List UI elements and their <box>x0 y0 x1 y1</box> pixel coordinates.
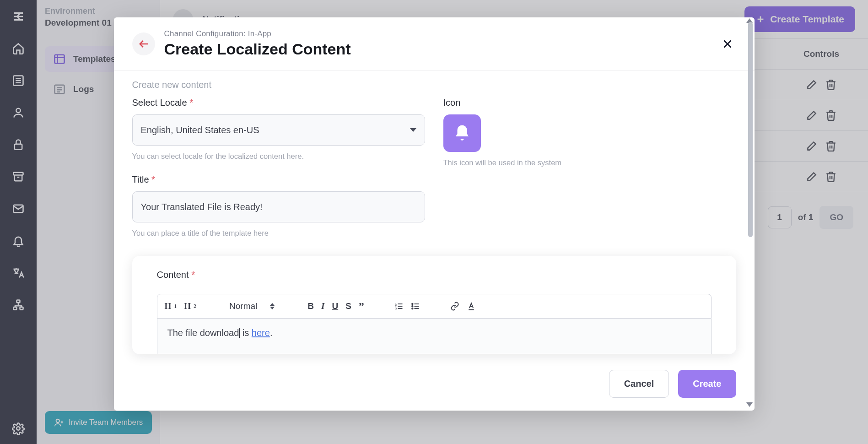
title-input[interactable] <box>132 191 425 222</box>
cancel-button[interactable]: Cancel <box>609 370 669 398</box>
unordered-list-button[interactable] <box>411 302 420 311</box>
content-link[interactable]: here <box>252 328 270 338</box>
heading2-button[interactable]: H2 <box>184 301 196 311</box>
title-help: You can place a title of the template he… <box>132 229 425 238</box>
modal-body: Create new content Select Locale * Engli… <box>114 70 755 359</box>
italic-button[interactable]: I <box>321 301 324 311</box>
section-label: Create new content <box>132 80 736 90</box>
title-label: Title * <box>132 174 425 185</box>
svg-point-46 <box>412 308 413 309</box>
close-icon[interactable] <box>719 35 736 53</box>
content-text-middle: is <box>240 328 252 338</box>
modal-scrollbar[interactable] <box>748 22 753 237</box>
create-button[interactable]: Create <box>678 370 736 398</box>
content-text-prefix: The file download <box>167 328 239 338</box>
svg-text:3: 3 <box>395 307 397 310</box>
content-text-suffix: . <box>270 328 273 338</box>
text-color-button[interactable] <box>467 302 476 311</box>
icon-label: Icon <box>443 97 736 108</box>
svg-point-44 <box>412 303 413 305</box>
editor-toolbar: H1 H2 Normal B I U S ” <box>157 294 712 319</box>
modal-header: Channel Configuration: In-App Create Loc… <box>114 17 755 70</box>
underline-button[interactable]: U <box>332 301 338 311</box>
ordered-list-button[interactable]: 123 <box>394 302 404 311</box>
svg-point-45 <box>412 306 413 307</box>
modal-footer: Cancel Create <box>114 359 755 411</box>
bold-button[interactable]: B <box>307 301 314 311</box>
icon-help: This icon will be used in the system <box>443 158 736 167</box>
strikethrough-button[interactable]: S <box>345 301 351 311</box>
locale-label: Select Locale * <box>132 97 425 108</box>
chevron-down-icon <box>410 128 416 132</box>
modal-breadcrumb: Channel Configuration: In-App <box>164 29 710 38</box>
locale-value: English, United States en-US <box>141 125 259 135</box>
quote-button[interactable]: ” <box>359 300 364 313</box>
icon-preview[interactable] <box>443 114 481 152</box>
format-select[interactable]: Normal <box>226 299 277 313</box>
scroll-down-icon[interactable] <box>746 402 753 407</box>
back-button[interactable] <box>132 32 155 55</box>
modal-create-localized-content: Channel Configuration: In-App Create Loc… <box>114 17 755 411</box>
content-card: Content * H1 H2 Normal B I U S <box>132 256 736 354</box>
content-editor[interactable]: The file download is here. <box>157 319 712 354</box>
modal-title: Create Localized Content <box>164 40 710 58</box>
title-input-field[interactable] <box>141 202 416 212</box>
content-label: Content * <box>157 270 712 280</box>
locale-select[interactable]: English, United States en-US <box>132 114 425 146</box>
heading1-button[interactable]: H1 <box>165 301 177 311</box>
link-button[interactable] <box>450 302 459 311</box>
locale-help: You can select locale for the localized … <box>132 152 425 161</box>
